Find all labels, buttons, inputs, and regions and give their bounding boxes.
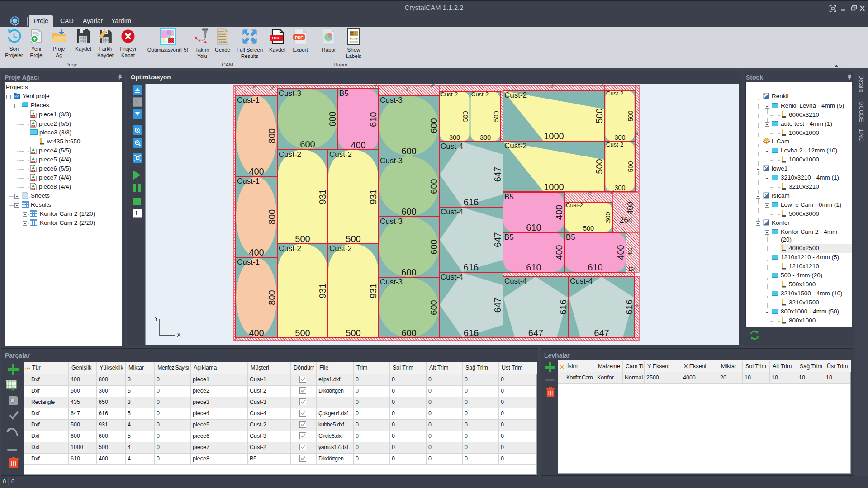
svg-text:X: X <box>177 332 181 338</box>
svg-text:600: 600 <box>429 118 439 133</box>
svg-text:600: 600 <box>429 179 439 194</box>
svg-text:300: 300 <box>480 134 491 141</box>
svg-text:647: 647 <box>493 232 503 247</box>
svg-text:GCODE: GCODE <box>219 41 227 43</box>
svg-text:400: 400 <box>626 202 635 214</box>
svg-text:647: 647 <box>528 328 543 338</box>
svg-text:Cust-2: Cust-2 <box>471 91 489 98</box>
svg-text:DXF: DXF <box>31 179 34 181</box>
svg-text:616: 616 <box>464 328 479 338</box>
svg-text:300: 300 <box>449 134 460 141</box>
svg-text:B5: B5 <box>504 233 514 242</box>
svg-text:264: 264 <box>620 216 632 224</box>
svg-text:500: 500 <box>295 234 310 244</box>
svg-text:931: 931 <box>318 189 327 204</box>
svg-text:931: 931 <box>368 283 378 298</box>
svg-text:610: 610 <box>588 262 602 272</box>
svg-text:154: 154 <box>628 267 636 272</box>
svg-text:500: 500 <box>462 111 469 122</box>
svg-text:DXF: DXF <box>31 170 34 172</box>
svg-text:931: 931 <box>318 283 327 298</box>
svg-text:600: 600 <box>327 111 337 126</box>
svg-text:400: 400 <box>249 166 264 176</box>
svg-text:Cust-2: Cust-2 <box>606 90 623 97</box>
svg-text:616: 616 <box>624 299 634 314</box>
svg-text:Cust-2: Cust-2 <box>329 244 352 253</box>
svg-text:600: 600 <box>401 146 416 156</box>
svg-text:Cust-2: Cust-2 <box>329 150 352 159</box>
svg-text:600: 600 <box>401 207 416 217</box>
svg-text:600: 600 <box>300 139 315 149</box>
svg-text:B5: B5 <box>504 193 514 201</box>
svg-text:Cust-2: Cust-2 <box>566 202 583 208</box>
svg-text:500: 500 <box>627 110 634 121</box>
svg-text:931: 931 <box>368 189 378 204</box>
svg-text:800: 800 <box>267 290 277 305</box>
svg-text:500: 500 <box>346 234 360 244</box>
svg-text:610: 610 <box>526 223 541 232</box>
svg-text:Cust-1: Cust-1 <box>237 96 260 104</box>
svg-text:Cust-4: Cust-4 <box>441 273 463 281</box>
svg-text:Cust-2: Cust-2 <box>279 244 301 253</box>
svg-text:Cust-4: Cust-4 <box>441 208 463 216</box>
svg-text:400: 400 <box>249 328 264 338</box>
svg-text:Cust-3: Cust-3 <box>279 89 301 98</box>
svg-text:1000: 1000 <box>544 182 564 192</box>
svg-text:B5: B5 <box>566 233 575 242</box>
svg-text:Cust-2: Cust-2 <box>504 142 527 150</box>
svg-text:616: 616 <box>464 197 479 207</box>
svg-text:DXF: DXF <box>31 161 34 163</box>
svg-text:Cust-3: Cust-3 <box>380 278 403 286</box>
svg-text:500: 500 <box>594 108 604 123</box>
svg-text:400: 400 <box>554 245 564 260</box>
svg-text:800: 800 <box>267 209 277 224</box>
svg-text:500: 500 <box>295 328 310 338</box>
svg-text:616: 616 <box>558 299 568 314</box>
svg-text:500: 500 <box>493 111 500 122</box>
svg-text:400: 400 <box>616 245 626 260</box>
svg-text:647: 647 <box>594 328 609 338</box>
svg-text:Cust-4: Cust-4 <box>504 277 527 285</box>
svg-text:Cust-1: Cust-1 <box>237 258 260 266</box>
svg-text:400: 400 <box>554 205 564 220</box>
svg-text:610: 610 <box>526 262 541 272</box>
svg-text:500: 500 <box>627 161 634 172</box>
svg-text:600: 600 <box>429 239 439 254</box>
svg-text:400: 400 <box>249 247 264 257</box>
svg-text:Cust-4: Cust-4 <box>570 277 593 285</box>
svg-text:PDF: PDF <box>295 35 303 40</box>
svg-text:600: 600 <box>429 300 439 315</box>
svg-text:Cust-4: Cust-4 <box>441 142 463 151</box>
svg-text:800: 800 <box>267 128 277 143</box>
svg-text:500: 500 <box>594 159 604 174</box>
svg-text:Cust-2: Cust-2 <box>504 91 527 99</box>
svg-text:DXF: DXF <box>31 116 34 118</box>
svg-text:Cust-2: Cust-2 <box>606 141 623 148</box>
svg-text:647: 647 <box>493 167 503 182</box>
svg-text:600: 600 <box>401 328 416 338</box>
svg-text:B5: B5 <box>339 89 349 98</box>
svg-text:300: 300 <box>614 134 625 141</box>
svg-text:DXF: DXF <box>31 125 34 127</box>
svg-text:500: 500 <box>346 328 360 338</box>
svg-text:300: 300 <box>614 184 625 191</box>
svg-text:600: 600 <box>401 267 416 277</box>
svg-text:Cust-1: Cust-1 <box>237 177 260 185</box>
svg-text:DXF: DXF <box>31 188 34 190</box>
svg-text:Y: Y <box>154 316 158 322</box>
svg-text:610: 610 <box>368 112 378 127</box>
svg-text:Cust-3: Cust-3 <box>380 156 403 165</box>
svg-text:Cust-2: Cust-2 <box>279 150 301 159</box>
svg-text:Cust-3: Cust-3 <box>380 217 403 226</box>
svg-text:500: 500 <box>583 225 594 232</box>
svg-text:647: 647 <box>493 298 503 313</box>
svg-text:DXF: DXF <box>31 152 34 154</box>
svg-text:400: 400 <box>628 247 633 255</box>
svg-text:Cust-2: Cust-2 <box>441 91 458 98</box>
svg-text:400: 400 <box>351 140 365 150</box>
svg-text:300: 300 <box>604 212 612 223</box>
svg-text:1000: 1000 <box>544 131 564 141</box>
svg-text:DXF: DXF <box>272 35 281 40</box>
svg-text:616: 616 <box>464 262 479 272</box>
svg-text:Cust-3: Cust-3 <box>380 96 403 104</box>
